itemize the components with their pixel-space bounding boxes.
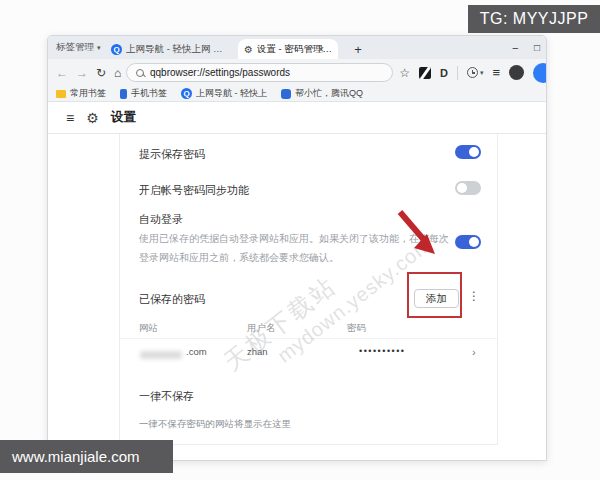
address-bar[interactable]: qqbrowser://settings/passwords [126, 63, 393, 82]
bookmark-star-icon[interactable]: ☆ [399, 66, 410, 80]
folder-icon [56, 90, 66, 98]
table-divider [120, 338, 497, 339]
chevron-down-icon: ▾ [97, 44, 101, 52]
bookmark-label: 帮小忙，腾讯QQ [295, 87, 363, 100]
profile-avatar[interactable] [509, 65, 524, 80]
save-prompt-toggle[interactable] [455, 145, 481, 159]
screenshot-root: TG: MYYJJPP www.mianjiale.com 标签管理 ▾ Q 上… [0, 0, 600, 480]
bookmark-mobile[interactable]: 手机书签 [120, 87, 167, 100]
saved-passwords-title: 已保存的密码 [139, 292, 205, 307]
col-website: 网站 [139, 322, 158, 335]
gear-icon: ⚙ [86, 110, 99, 126]
chevron-down-icon: ▾ [480, 69, 484, 77]
more-options-icon[interactable]: ⋮ [468, 289, 480, 303]
browser-window: 标签管理 ▾ Q 上网导航 - 轻快上网 从这里开始 ⚙ 设置 - 密码管理工具… [47, 35, 547, 461]
tab-title: 上网导航 - 轻快上网 从这里开始 [126, 43, 229, 56]
url-text: qqbrowser://settings/passwords [150, 67, 290, 78]
menu-icon[interactable]: ≡ [492, 65, 500, 80]
history-clock-icon [467, 67, 478, 78]
phone-icon [120, 89, 127, 99]
new-tab-button[interactable]: + [350, 39, 366, 59]
gear-icon: ⚙ [244, 44, 253, 55]
website-cell: .com [186, 346, 207, 357]
q-logo-icon: Q [111, 44, 122, 55]
bookmarks-bar: 常用书签 手机书签 Q 上网导航 - 轻快上 帮小忙，腾讯QQ [48, 86, 546, 102]
d-extension-icon[interactable]: D [440, 67, 448, 79]
annotation-highlight-box [407, 272, 462, 318]
forward-icon[interactable]: → [76, 66, 88, 80]
sync-label: 开启帐号密码同步功能 [139, 183, 249, 198]
bookmark-label: 手机书签 [131, 87, 167, 100]
home-icon[interactable]: ⌂ [114, 66, 121, 80]
auto-login-toggle[interactable] [455, 235, 481, 249]
extension-icon[interactable] [419, 67, 431, 79]
settings-header: ≡ ⚙ 设置 [48, 102, 546, 134]
auto-login-label: 自动登录 [139, 212, 183, 227]
never-save-desc: 一律不保存密码的网站将显示在这里 [139, 418, 291, 431]
page-title: 设置 [111, 109, 136, 126]
sync-toggle[interactable] [455, 181, 481, 195]
tab-manager-button[interactable]: 标签管理 ▾ [56, 36, 101, 59]
search-icon [136, 69, 144, 77]
tab-manager-label: 标签管理 [56, 41, 94, 54]
q-logo-icon: Q [181, 88, 192, 99]
annotation-arrow [388, 204, 448, 266]
save-prompt-label: 提示保存密码 [139, 147, 205, 162]
back-icon[interactable]: ← [56, 66, 68, 80]
account-avatar[interactable] [533, 63, 546, 83]
maximize-button[interactable]: □ [534, 42, 540, 53]
settings-page: ≡ ⚙ 设置 天极下载站 mydown.yesky.com 提示保存密码 开启帐… [48, 102, 546, 461]
reload-icon[interactable]: ↻ [96, 66, 106, 80]
bookmark-label: 常用书签 [70, 87, 106, 100]
history-button[interactable]: ▾ [467, 67, 484, 78]
col-password: 密码 [347, 322, 366, 335]
tab-nav-home[interactable]: Q 上网导航 - 轻快上网 从这里开始 [105, 39, 235, 59]
site-watermark: www.mianjiale.com [0, 440, 173, 473]
bookmark-nav[interactable]: Q 上网导航 - 轻快上 [181, 87, 267, 100]
website-redacted-blur [140, 351, 182, 359]
username-cell: zhan [247, 346, 268, 357]
bookmark-label: 上网导航 - 轻快上 [196, 87, 267, 100]
help-icon [281, 89, 291, 99]
row-chevron-icon[interactable]: › [472, 346, 476, 358]
tg-watermark: TG: MYYJJPP [468, 5, 600, 33]
password-cell: •••••••••• [359, 346, 406, 356]
tab-strip: 标签管理 ▾ Q 上网导航 - 轻快上网 从这里开始 ⚙ 设置 - 密码管理工具… [48, 36, 546, 59]
minimize-button[interactable]: – [512, 42, 518, 53]
bookmark-common[interactable]: 常用书签 [56, 87, 106, 100]
toolbar-divider [457, 66, 458, 80]
settings-menu-icon[interactable]: ≡ [66, 110, 74, 126]
bookmark-qq-help[interactable]: 帮小忙，腾讯QQ [281, 87, 363, 100]
browser-toolbar: ← → ↻ ⌂ qqbrowser://settings/passwords ☆… [48, 59, 546, 86]
never-save-title: 一律不保存 [139, 389, 194, 404]
close-tab-icon[interactable]: × [314, 39, 328, 59]
col-username: 用户名 [247, 322, 276, 335]
